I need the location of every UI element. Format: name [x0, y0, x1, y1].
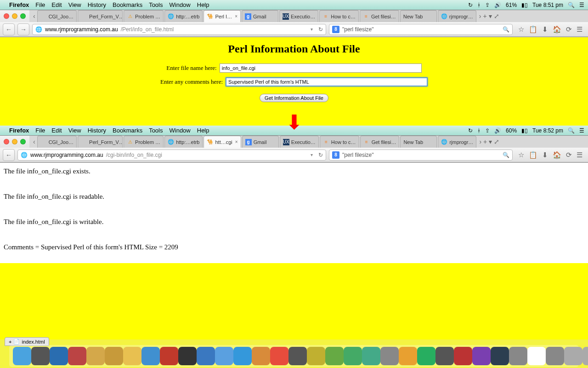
- menu-help[interactable]: Help: [197, 127, 209, 134]
- dock-app-icon[interactable]: [215, 347, 233, 365]
- minimize-window-button[interactable]: [12, 13, 17, 19]
- timemachine-icon[interactable]: ↻: [468, 2, 473, 8]
- bluetooth-icon[interactable]: ᚼ: [477, 127, 481, 134]
- new-tab-button[interactable]: +: [483, 138, 487, 145]
- tab-scroll-left-icon[interactable]: ‹: [33, 138, 35, 145]
- menu-tools[interactable]: Tools: [149, 1, 163, 8]
- dock-app-icon[interactable]: [527, 347, 546, 365]
- dock-app-icon[interactable]: [546, 347, 564, 365]
- dock-app-icon[interactable]: [454, 347, 472, 365]
- submit-button[interactable]: Get Information About File: [260, 94, 328, 102]
- dock-app-icon[interactable]: [252, 347, 270, 365]
- tab-problem[interactable]: Problem …: [124, 136, 164, 148]
- star-icon[interactable]: ☆: [518, 151, 524, 159]
- tab-howto[interactable]: How to c…: [320, 136, 359, 148]
- home-icon[interactable]: 🏠: [553, 151, 561, 159]
- menu-view[interactable]: View: [68, 127, 81, 134]
- dock-app-icon[interactable]: [307, 347, 325, 365]
- dock-app-icon[interactable]: [288, 347, 307, 365]
- dock-app-icon[interactable]: [197, 347, 215, 365]
- clipboard-icon[interactable]: 📋: [529, 151, 537, 159]
- tab-etrb[interactable]: http:…etrb: [164, 136, 203, 148]
- menu-edit[interactable]: Edit: [51, 1, 62, 8]
- tab-newtab[interactable]: New Tab: [400, 10, 437, 22]
- clock[interactable]: Tue 8:51 pm: [532, 2, 563, 8]
- dock-app-icon[interactable]: [417, 347, 435, 365]
- dock-app-icon[interactable]: [472, 347, 491, 365]
- wifi-icon[interactable]: ⇪: [485, 127, 490, 134]
- volume-icon[interactable]: 🔊: [494, 127, 501, 134]
- dock-app-icon[interactable]: [178, 347, 197, 365]
- download-icon[interactable]: ⬇: [542, 151, 548, 159]
- fullscreen-icon[interactable]: ⤢: [494, 12, 499, 20]
- star-icon[interactable]: ☆: [518, 25, 524, 34]
- tab-etrb[interactable]: http:…etrb: [164, 10, 203, 22]
- dock-app-icon[interactable]: [582, 347, 588, 365]
- menu-file[interactable]: File: [35, 127, 45, 134]
- url-dropdown-icon[interactable]: ▾: [311, 27, 313, 32]
- dock-app-icon[interactable]: [399, 347, 417, 365]
- menu-help[interactable]: Help: [197, 1, 209, 8]
- dock-app-icon[interactable]: [31, 347, 50, 365]
- download-icon[interactable]: ⬇: [542, 25, 548, 34]
- spotlight-icon[interactable]: 🔍: [568, 2, 575, 8]
- close-tab-icon[interactable]: ×: [235, 14, 237, 19]
- tab-executio[interactable]: UXExecutio…: [280, 136, 319, 148]
- menu-edit[interactable]: Edit: [51, 127, 62, 134]
- tab-perl-form[interactable]: Perl_Form_V…: [78, 136, 123, 148]
- close-window-button[interactable]: [4, 13, 9, 19]
- dock-app-icon[interactable]: [362, 347, 380, 365]
- dock-app-icon[interactable]: [435, 347, 454, 365]
- close-window-button[interactable]: [4, 139, 9, 144]
- dock-app-icon[interactable]: [325, 347, 344, 365]
- menu-view[interactable]: View: [68, 1, 81, 8]
- back-button[interactable]: ←: [3, 149, 15, 161]
- dock-app-icon[interactable]: [344, 347, 362, 365]
- tab-rjmprogr[interactable]: rjmprogr…: [438, 10, 476, 22]
- dock-app-icon[interactable]: [50, 347, 68, 365]
- sync-icon[interactable]: ⟳: [566, 151, 572, 159]
- dock-app-icon[interactable]: [233, 347, 252, 365]
- clipboard-icon[interactable]: 📋: [529, 25, 537, 34]
- battery-icon[interactable]: ▮▯: [521, 127, 528, 134]
- filename-input[interactable]: [220, 63, 422, 73]
- dock-app-icon[interactable]: [86, 347, 105, 365]
- minimize-window-button[interactable]: [12, 139, 17, 144]
- url-bar[interactable]: 🌐 www.rjmprogramming.com.au/cgi-bin/info…: [17, 150, 326, 161]
- tab-list-icon[interactable]: ▾: [489, 12, 492, 20]
- tab-executio[interactable]: UXExecutio…: [279, 10, 318, 22]
- dock-app-icon[interactable]: [564, 347, 582, 365]
- tab-problem[interactable]: Problem …: [124, 10, 164, 22]
- tab-cgi-joo[interactable]: CGI_Joo…: [37, 10, 77, 22]
- spotlight-icon[interactable]: 🔍: [568, 127, 575, 134]
- wifi-icon[interactable]: ⇪: [485, 2, 490, 8]
- menu-tools[interactable]: Tools: [149, 127, 163, 134]
- tab-perl-info[interactable]: Perl I…×: [204, 10, 241, 22]
- comments-input[interactable]: [226, 77, 428, 86]
- tab-perl-form[interactable]: Perl_Form_V…: [78, 10, 123, 22]
- app-name[interactable]: Firefox: [9, 1, 29, 8]
- tab-gmail[interactable]: gGmail: [242, 136, 279, 148]
- tab-cgi-result[interactable]: htt…cgi×: [204, 136, 241, 148]
- tab-list-icon[interactable]: ▾: [489, 138, 492, 145]
- dock-app-icon[interactable]: [123, 347, 141, 365]
- dock-app-icon[interactable]: [270, 347, 288, 365]
- tab-scroll-right-icon[interactable]: ›: [479, 138, 481, 145]
- bluetooth-icon[interactable]: ᚼ: [477, 2, 481, 8]
- tab-rjmprogr[interactable]: rjmprogr…: [438, 136, 476, 148]
- battery-icon[interactable]: ▮▯: [521, 2, 528, 8]
- back-button[interactable]: ←: [3, 23, 15, 35]
- forward-button[interactable]: →: [17, 23, 29, 35]
- dock-app-icon[interactable]: [380, 347, 399, 365]
- tab-scroll-right-icon[interactable]: ›: [479, 12, 481, 20]
- zoom-window-button[interactable]: [20, 13, 26, 19]
- tab-howto[interactable]: How to c…: [319, 10, 359, 22]
- clock[interactable]: Tue 8:52 pm: [532, 127, 563, 134]
- tab-filesize[interactable]: Get filesi…: [360, 136, 400, 148]
- menu-window[interactable]: Window: [170, 127, 191, 134]
- app-name[interactable]: Firefox: [9, 127, 29, 134]
- timemachine-icon[interactable]: ↻: [468, 127, 473, 134]
- menu-bookmarks[interactable]: Bookmarks: [113, 1, 142, 8]
- hamburger-menu-icon[interactable]: ☰: [577, 151, 582, 159]
- url-bar[interactable]: 🌐 www.rjmprogramming.com.au/Perl/info_on…: [32, 24, 326, 35]
